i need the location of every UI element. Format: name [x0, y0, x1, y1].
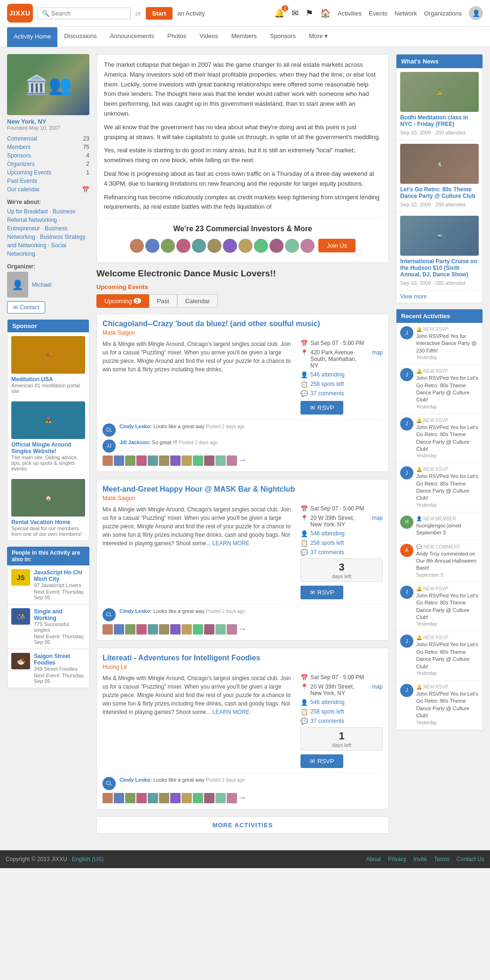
event-0-host[interactable]: Mask Saigon [103, 329, 383, 336]
event-2-attending[interactable]: 546 attending [310, 699, 345, 706]
footer-links: About Privacy Invite Terms Contact Us [366, 856, 484, 862]
event-2-host[interactable]: Huong Le [103, 664, 383, 670]
more-activities-button[interactable]: MORE ACTIVITIES [96, 816, 389, 834]
event-1-attendees: → [103, 624, 383, 635]
event-1-host[interactable]: Mask Saigon [103, 495, 383, 502]
investor-photo [300, 239, 315, 253]
tab-upcoming[interactable]: Upcoming1 [96, 294, 149, 308]
sponsor-0-name[interactable]: Meditation USA [11, 376, 85, 383]
recent-7-avatar: J [400, 635, 413, 648]
event-1-comments-section: CL Cindy Lesko: Looks like a great way P… [103, 604, 383, 635]
tab-past[interactable]: Past [149, 294, 177, 308]
people-2-count: 349 Street Foodies [34, 666, 85, 672]
event-1-title[interactable]: Meet-and-Greet Happy Hour @ MASK Bar & N… [103, 485, 383, 494]
tab-discussions[interactable]: Discussions [57, 27, 103, 47]
people-icon: 👤 [300, 530, 308, 537]
sponsor-2: 🏠 Rental Vacation Home Special deal for … [8, 475, 89, 541]
sponsor-2-name[interactable]: Rental Vacation Home [11, 519, 85, 525]
center-column: The market collapse that began in 2007 w… [96, 54, 389, 834]
search-box[interactable]: 🔍 [38, 8, 131, 19]
nav-organizations[interactable]: Organizations [424, 10, 462, 17]
people-0-thumb: JS [11, 569, 30, 586]
stat-calendar[interactable]: Our calendar [7, 186, 40, 193]
stat-commercial[interactable]: Commercial [7, 135, 37, 142]
footer-language[interactable]: English (US) [72, 856, 103, 862]
comment-0-0-avatar: CL [103, 423, 116, 437]
event-2-spots[interactable]: 258 spots left [310, 708, 344, 715]
tab-members[interactable]: Members [225, 27, 263, 47]
footer-invite[interactable]: Invite [413, 856, 427, 862]
footer-privacy[interactable]: Privacy [388, 856, 406, 862]
event-0-rsvp[interactable]: ✉ RSVP [300, 401, 343, 415]
attendees-next-icon[interactable]: → [238, 455, 246, 466]
comment-1-0-text: Cindy Lesko: Looks like a great way Post… [119, 608, 245, 614]
event-1-spots[interactable]: 258 spots left [310, 540, 344, 546]
tab-announcements[interactable]: Announcements [103, 27, 161, 47]
attendees-next-icon[interactable]: → [238, 793, 246, 803]
event-1-attending[interactable]: 546 attending [310, 530, 345, 537]
bell-icon[interactable]: 🔔2 [274, 8, 285, 18]
event-2: Litereati - Adventures for Intelligent F… [96, 648, 389, 809]
event-0-attending[interactable]: 546 attending [310, 371, 345, 378]
tab-calendar[interactable]: Calendar [177, 294, 218, 308]
recent-2-avatar: J [400, 417, 413, 431]
stat-past[interactable]: Past Events [7, 178, 37, 184]
footer-contact[interactable]: Contact Us [457, 856, 484, 862]
event-0-title[interactable]: Chicagoland--Crazy 'bout da bluez! (and … [103, 320, 383, 328]
stat-organizers[interactable]: Organizers [7, 161, 35, 167]
event-2-learn-more[interactable]: LEARN MORE [212, 709, 249, 715]
nav-network[interactable]: Network [395, 10, 417, 17]
home-icon[interactable]: 🏠 [320, 8, 331, 18]
people-0-name[interactable]: JavaScript Ho Chi Minh City [34, 569, 85, 582]
search-input[interactable] [51, 10, 126, 17]
tab-sponsors[interactable]: Sponsors [263, 27, 302, 47]
join-button[interactable]: Join Us [318, 239, 356, 252]
stat-upcoming[interactable]: Upcoming Events [7, 169, 51, 176]
event-2-comments-section: CL Cindy Lesko: Looks like a great way P… [103, 773, 383, 803]
news-1-title[interactable]: Let's Go Retro: 80s Theme Dance Party @ … [400, 186, 479, 199]
email-icon[interactable]: ✉ [292, 8, 299, 18]
or-label: or [135, 10, 141, 17]
calendar-icon: 📅 [300, 340, 308, 347]
organizer-name[interactable]: Michael [32, 282, 51, 288]
flag-icon[interactable]: ⚑ [306, 8, 313, 18]
investor-photo [223, 239, 237, 253]
event-0-map[interactable]: map [372, 349, 383, 356]
recent-activities-box: Recent Activities J 🔔 NEW RSVP John RSVP… [396, 309, 483, 730]
contact-button[interactable]: ✉ Contact [7, 301, 45, 314]
event-1-learn-more[interactable]: LEARN MORE [212, 540, 249, 547]
event-1: Meet-and-Greet Happy Hour @ MASK Bar & N… [96, 479, 389, 641]
tab-activity-home[interactable]: Activity Home [7, 27, 57, 47]
attendees-next-icon[interactable]: → [238, 624, 246, 635]
nav-activities[interactable]: Activities [338, 10, 362, 17]
tab-photos[interactable]: Photos [161, 27, 193, 47]
nav-events[interactable]: Events [369, 10, 387, 17]
people-1-name[interactable]: Single and Working [34, 608, 85, 621]
tab-videos[interactable]: Videos [193, 27, 225, 47]
sponsor-1-name[interactable]: Official Mingle Around Singles Website! [11, 441, 85, 455]
event-2-title[interactable]: Litereati - Adventures for Intelligent F… [103, 654, 383, 662]
start-button[interactable]: Start [146, 7, 173, 20]
avatar[interactable]: 👤 [469, 6, 483, 20]
footer-terms[interactable]: Terms [434, 856, 450, 862]
event-1-comments[interactable]: 37 comments [310, 549, 344, 556]
people-0-info: JavaScript Ho Chi Minh City 97 Javascrip… [34, 569, 85, 600]
news-2-title[interactable]: International Party Cruise on the Hudson… [400, 258, 479, 278]
tab-more[interactable]: More ▾ [302, 27, 334, 47]
view-more-link[interactable]: View more [396, 290, 482, 303]
event-0-spots[interactable]: 258 spots left [310, 381, 344, 387]
event-2-rsvp[interactable]: ✉ RSVP [300, 754, 343, 768]
recent-1-type: 🔔 NEW RSVP [416, 368, 479, 375]
event-2-map[interactable]: map [372, 683, 383, 690]
stat-sponsors[interactable]: Sponsors [7, 152, 31, 159]
news-0-title[interactable]: Bodhi Meditation class in NYC - Friday (… [400, 114, 479, 127]
event-0-comments[interactable]: 37 comments [310, 390, 344, 397]
location-icon: 📍 [300, 349, 308, 356]
people-icon: 👤 [300, 371, 308, 378]
event-1-map[interactable]: map [372, 515, 383, 521]
event-1-rsvp[interactable]: ✉ RSVP [300, 586, 343, 599]
footer-about[interactable]: About [366, 856, 381, 862]
event-2-comments[interactable]: 37 comments [310, 718, 344, 724]
stat-members[interactable]: Members [7, 144, 31, 150]
people-2-name[interactable]: Saigon Street Foodies [34, 653, 85, 666]
